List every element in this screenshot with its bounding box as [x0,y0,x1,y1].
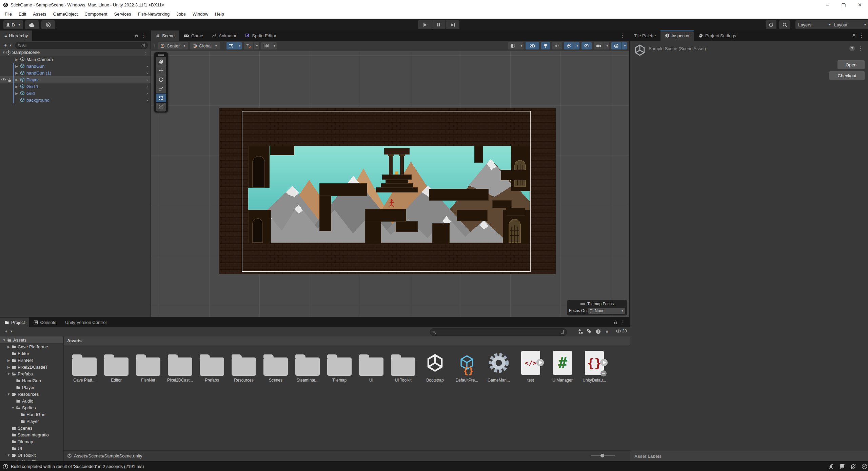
expand-arrow-icon[interactable]: ▼ [11,406,15,410]
menu-help[interactable]: Help [212,12,228,17]
hierarchy-search-input[interactable] [21,43,141,48]
maximize-button[interactable]: ▢ [835,0,852,9]
picker-icon[interactable] [141,43,145,47]
hidden-packages-toggle[interactable]: 28 [616,328,627,333]
hierarchy-item[interactable]: ▶Player› [0,76,151,83]
unity-hub-button[interactable] [41,20,55,29]
kebab-menu-icon[interactable]: ⋮ [856,45,865,52]
asset-item[interactable]: {}DefaultPre... [451,349,483,383]
tab-scene[interactable]: Scene [151,30,179,41]
tab-sprite-editor[interactable]: Sprite Editor [241,30,281,41]
tab-animator[interactable]: Animator [208,30,241,41]
expand-arrow-icon[interactable]: ▶ [14,64,19,68]
focus-on-dropdown[interactable]: None ▼ [588,308,625,314]
project-tree-item[interactable]: SteamIntegratio [0,431,63,438]
pivot-mode-dropdown[interactable]: Center ▼ [158,42,188,49]
prefab-open-chevron-icon[interactable]: › [146,70,148,76]
project-tree-item[interactable]: ▼Prefabs [0,370,63,377]
project-tree-item[interactable]: ▶Pixel2DCastleT [0,364,63,370]
hierarchy-item[interactable]: ▶Main Camera [0,56,151,63]
drag-handle-icon[interactable] [580,303,585,305]
asset-item[interactable]: UI Toolkit [387,349,419,383]
camera-dropdown[interactable]: ▼ [604,42,609,49]
prefab-open-chevron-icon[interactable]: › [146,98,148,103]
snap-toggle[interactable] [244,42,253,49]
tab-inspector[interactable]: Inspector [660,30,694,41]
grid-snapping-dropdown[interactable]: ▼ [236,42,242,49]
create-asset-button[interactable]: ＋▼ [2,328,15,334]
menu-window[interactable]: Window [189,12,212,17]
kebab-menu-icon[interactable]: ⋮ [141,49,151,56]
grid-snapping-toggle[interactable]: Y [226,42,236,49]
add-gameobject-button[interactable]: ＋▼ [1,42,14,48]
asset-item[interactable]: UI [355,349,387,383]
kebab-menu-icon[interactable]: ⋮ [857,33,866,39]
asset-item[interactable]: FishNet [132,349,164,383]
lock-icon[interactable] [852,34,856,38]
transform-tool[interactable] [156,103,166,111]
prefab-open-chevron-icon[interactable]: › [146,84,148,89]
icon-size-slider[interactable] [591,455,615,456]
undo-history-button[interactable] [766,20,776,29]
asset-item[interactable]: Cave Platf... [68,349,100,383]
collapse-arrow-icon[interactable]: ▼ [1,50,6,54]
project-tree-item[interactable]: HandGun [0,377,63,384]
favorites-star-icon[interactable]: ★ [605,328,609,334]
expand-arrow-icon[interactable]: ▼ [6,453,11,457]
gizmos-toggle[interactable] [611,42,621,49]
view-hand-tool[interactable] [156,57,166,66]
search-importlog-icon[interactable] [596,329,601,334]
asset-item[interactable]: Tilemap [323,349,355,383]
drag-handle-icon[interactable] [155,53,167,57]
project-tree-item[interactable]: Audio [0,397,63,404]
asset-item[interactable]: GameMan... [483,349,515,383]
asset-item[interactable]: Pixel2DCast... [164,349,196,383]
snap-dropdown[interactable]: ▼ [254,42,259,49]
expand-arrow-icon[interactable]: ▶ [6,359,11,362]
expand-arrow-icon[interactable]: ▶ [6,345,11,349]
tab-project-settings[interactable]: Project Settings [694,30,741,41]
project-tree-item[interactable]: Tilemap [0,438,63,445]
picker-icon[interactable] [560,330,565,334]
asset-item[interactable]: </>test [515,349,547,383]
asset-item[interactable]: SteamInte... [292,349,323,383]
menu-edit[interactable]: Edit [15,12,29,17]
prefab-open-chevron-icon[interactable]: › [146,64,148,69]
debugger-disabled-icon[interactable] [828,464,834,469]
asset-item[interactable]: Editor [100,349,132,383]
visibility-eye-icon[interactable] [1,78,6,82]
gizmos-dropdown[interactable]: ▼ [622,42,627,49]
pickability-hand-icon[interactable] [7,78,11,82]
search-by-type-icon[interactable] [578,329,583,334]
project-tree-item[interactable]: UI [0,445,63,452]
step-button[interactable] [446,20,459,29]
asset-item[interactable]: Bootstrap [419,349,451,383]
tab-hierarchy[interactable]: ≡ Hierarchy [0,30,32,41]
scene-lighting-toggle[interactable] [541,42,550,49]
asset-item[interactable]: Prefabs [196,349,228,383]
snap-increment-toggle[interactable] [261,42,271,49]
expand-arrow-icon[interactable]: ▶ [14,91,19,95]
draw-mode-button[interactable] [508,42,518,49]
kebab-menu-icon[interactable]: ⋮ [618,33,627,39]
layout-dropdown[interactable]: Layout ▼ [831,20,868,29]
hierarchy-item[interactable]: ▶Grid› [0,90,151,97]
lock-icon[interactable] [613,320,618,325]
search-by-label-icon[interactable] [587,329,592,334]
project-tree-item[interactable]: Player [0,418,63,425]
rotate-tool[interactable] [156,75,166,84]
lock-icon[interactable] [134,34,139,38]
project-tree-item[interactable]: ▼Sprites [0,404,63,411]
draw-mode-dropdown[interactable]: ▼ [518,42,524,49]
expand-arrow-icon[interactable]: ▼ [6,372,11,376]
expand-arrow-icon[interactable]: ▼ [2,338,6,342]
layers-dropdown[interactable]: Layers ▼ [795,20,834,29]
expand-arrow-icon[interactable]: ▶ [14,58,19,61]
effects-toggle[interactable] [564,42,574,49]
open-button[interactable]: Open [837,60,865,69]
menu-component[interactable]: Component [81,12,111,17]
asset-item[interactable]: Scenes [260,349,292,383]
asset-labels-header[interactable]: Asset Labels [630,451,868,461]
menu-fish-networking[interactable]: Fish-Networking [134,12,173,17]
tab-console[interactable]: Console [29,318,61,327]
